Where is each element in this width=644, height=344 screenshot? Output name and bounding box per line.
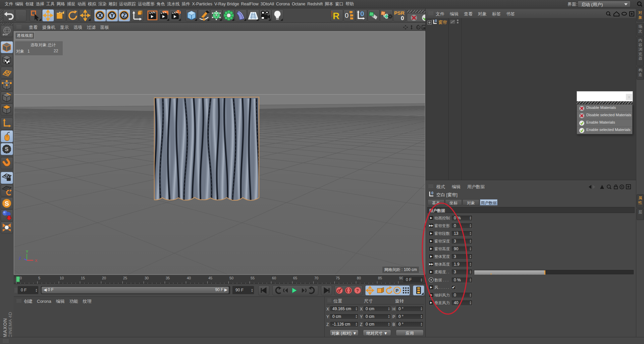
svg-text:S: S [5,146,9,152]
svg-text:Z: Z [122,12,126,19]
svg-text:R: R [333,11,339,21]
svg-text:0: 0 [401,15,404,21]
svg-text:Y: Y [26,250,29,254]
svg-text:Z: Z [19,256,21,260]
svg-text:?: ? [356,288,359,293]
svg-text:P: P [396,288,399,293]
svg-text:0: 0 [360,10,364,17]
svg-text:Y: Y [110,12,114,19]
svg-text:X: X [98,12,102,19]
svg-text:S: S [5,200,9,207]
svg-text:X: X [35,259,38,263]
svg-text:0: 0 [345,12,348,19]
svg-text:0: 0 [435,19,437,23]
svg-text:0: 0 [431,191,433,195]
